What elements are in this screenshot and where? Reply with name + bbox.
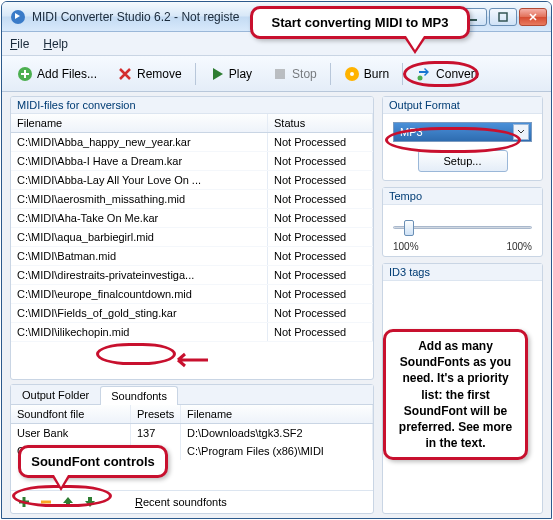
table-row[interactable]: C:\MIDI\Fields_of_gold_sting.karNot Proc… [11,304,373,323]
add-soundfont-icon[interactable] [17,495,31,509]
x-icon [117,66,133,82]
tempo-slider[interactable] [393,217,532,237]
convert-icon [416,66,432,82]
play-button[interactable]: Play [200,62,261,86]
file-rows[interactable]: C:\MIDI\Abba_happy_new_year.karNot Proce… [11,133,373,379]
disc-icon [344,66,360,82]
svg-point-6 [350,72,354,76]
sf-col-presets[interactable]: Presets [131,405,181,423]
svg-rect-1 [469,19,477,21]
close-button[interactable] [519,8,547,26]
table-row[interactable]: C:\MIDI\Abba_happy_new_year.karNot Proce… [11,133,373,152]
svg-point-7 [418,75,423,80]
svg-rect-4 [275,69,285,79]
sf-col-filename[interactable]: Filename [181,405,373,423]
tempo-group: Tempo 100% 100% [382,187,543,257]
toolbar: Add Files... Remove Play Stop Burn Conve… [2,56,551,92]
menu-file[interactable]: File [10,37,29,51]
maximize-button[interactable] [489,8,517,26]
move-down-icon[interactable] [83,495,97,509]
stop-button[interactable]: Stop [263,62,326,86]
burn-button[interactable]: Burn [335,62,398,86]
tab-soundfonts[interactable]: Soundfonts [100,386,178,405]
add-files-button[interactable]: Add Files... [8,62,106,86]
remove-button[interactable]: Remove [108,62,191,86]
slider-thumb[interactable] [404,220,414,236]
table-row[interactable]: C:\MIDI\Abba-Lay All Your Love On ...Not… [11,171,373,190]
output-format-title: Output Format [383,97,542,114]
svg-rect-2 [499,13,507,21]
stop-icon [272,66,288,82]
tab-output-folder[interactable]: Output Folder [11,385,100,404]
file-list-title: MIDI-files for conversion [11,97,373,114]
move-up-icon[interactable] [61,495,75,509]
table-row[interactable]: C:\MIDI\ilikechopin.midNot Processed [11,323,373,342]
recent-soundfonts-link[interactable]: Recent soundfonts [135,496,227,508]
tempo-left: 100% [393,241,419,252]
id3-title: ID3 tags [383,264,542,281]
convert-button[interactable]: Convert [407,62,487,86]
table-row[interactable]: C:\MIDI\direstraits-privateinvestiga...N… [11,266,373,285]
soundfont-row[interactable]: User Bank137D:\Downloads\tgk3.SF2 [11,424,373,442]
remove-soundfont-icon[interactable] [39,495,53,509]
format-dropdown[interactable]: MP3 [393,122,532,142]
table-row[interactable]: C:\MIDI\aqua_barbiegirl.midNot Processed [11,228,373,247]
annotation-arrow-icon [170,350,210,370]
play-icon [209,66,225,82]
table-row[interactable]: C:\MIDI\Aha-Take On Me.karNot Processed [11,209,373,228]
col-status[interactable]: Status [268,114,373,132]
tempo-title: Tempo [383,188,542,205]
table-row[interactable]: C:\MIDI\Abba-I Have a Dream.karNot Proce… [11,152,373,171]
sf-col-file[interactable]: Soundfont file [11,405,131,423]
callout-soundfonts-info: Add as many SoundFonts as you need. It's… [383,329,528,460]
soundfont-controls: Recent soundfonts [11,490,373,513]
menu-help[interactable]: Help [43,37,68,51]
plus-icon [17,66,33,82]
callout-convert: Start converting MIDI to MP3 [250,6,470,39]
chevron-down-icon [513,124,529,140]
col-filename[interactable]: Filename [11,114,268,132]
app-icon [10,9,26,25]
table-row[interactable]: C:\MIDI\Batman.midNot Processed [11,247,373,266]
tempo-right: 100% [506,241,532,252]
setup-button[interactable]: Setup... [418,150,508,172]
table-row[interactable]: C:\MIDI\aerosmith_missathing.midNot Proc… [11,190,373,209]
file-list-group: MIDI-files for conversion Filename Statu… [10,96,374,380]
table-row[interactable]: C:\MIDI\europe_finalcountdown.midNot Pro… [11,285,373,304]
callout-sf-controls: SoundFont controls [18,445,168,478]
output-format-group: Output Format MP3 Setup... [382,96,543,181]
